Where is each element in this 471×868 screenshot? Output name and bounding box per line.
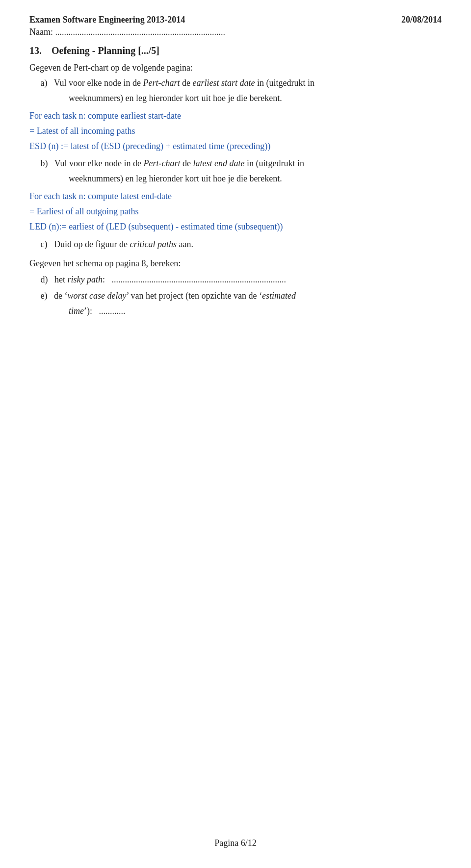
naam-line: Naam: ..................................… <box>29 27 442 37</box>
for-each-b-line1: For each task n: compute latest end-date <box>29 189 442 204</box>
part-a-label <box>29 78 38 88</box>
part-a-label-text: a) <box>41 78 48 88</box>
for-each-a-line2: = Latest of all incoming paths <box>29 124 442 138</box>
part-b-label: b) <box>41 158 48 168</box>
for-each-b-line2: = Earliest of all outgoing paths <box>29 204 442 219</box>
for-each-b-line3: LED (n):= earliest of (LED (subsequent) … <box>29 220 442 234</box>
part-d-dots: ........................................… <box>112 275 287 284</box>
part-d-label: d) <box>41 275 48 284</box>
part-b-label-space <box>29 158 38 168</box>
part-d-line: d) het risky path: .....................… <box>29 273 442 286</box>
part-e-line2: time’): ............ <box>69 305 442 318</box>
for-each-b-block: For each task n: compute latest end-date… <box>29 189 442 233</box>
part-b-line: b) Vul voor elke node in de Pert-chart d… <box>29 157 442 170</box>
part-a-text: Vul voor elke node in de Pert-chart de e… <box>54 78 314 88</box>
part-e-label-space <box>29 291 38 301</box>
question-title: Oefening - Planning [.../5] <box>52 45 159 56</box>
part-d-text: het risky path: <box>54 275 105 284</box>
for-each-a-line3: ESD (n) := latest of (ESD (preceding) + … <box>29 139 442 153</box>
part-e-line1: e) de ‘worst case delay’ van het project… <box>29 289 442 303</box>
for-each-a-line1: For each task n: compute earliest start-… <box>29 109 442 123</box>
part-e-dots: ............ <box>99 306 126 316</box>
part-a-text2: weeknummers) en leg hieronder kort uit h… <box>69 92 442 105</box>
naam-label: Naam: <box>29 27 53 37</box>
exam-title: Examen Software Engineering 2013-2014 <box>29 15 185 25</box>
part-c-text: Duid op de figuur de critical paths aan. <box>54 239 193 249</box>
schema-intro: Gegeven het schema op pagina 8, bereken: <box>29 257 442 270</box>
part-c-label: c) <box>41 239 48 249</box>
part-d-label-space <box>29 275 38 284</box>
page-number: Pagina 6/12 <box>214 838 257 848</box>
part-e-label: e) <box>41 291 48 301</box>
page: Examen Software Engineering 2013-2014 20… <box>0 0 471 868</box>
exam-date: 20/08/2014 <box>401 15 442 25</box>
intro-line1: Gegeven de Pert-chart op de volgende pag… <box>29 61 442 75</box>
part-e-text2: time’): <box>69 306 92 316</box>
part-c-label-space <box>29 239 38 249</box>
part-c-line: c) Duid op de figuur de critical paths a… <box>29 238 442 251</box>
part-a-line: a) Vul voor elke node in de Pert-chart d… <box>29 77 442 90</box>
question-header: 13. Oefening - Planning [.../5] <box>29 45 442 56</box>
question-number: 13. <box>29 45 42 56</box>
part-b-text: Vul voor elke node in de Pert-chart de l… <box>54 158 304 168</box>
page-header: Examen Software Engineering 2013-2014 20… <box>29 15 442 25</box>
part-e-text: de ‘worst case delay’ van het project (t… <box>54 291 296 301</box>
part-b-text2: weeknummers) en leg hieronder kort uit h… <box>69 172 442 185</box>
naam-dots: ........................................… <box>55 27 225 37</box>
for-each-a-block: For each task n: compute earliest start-… <box>29 109 442 153</box>
